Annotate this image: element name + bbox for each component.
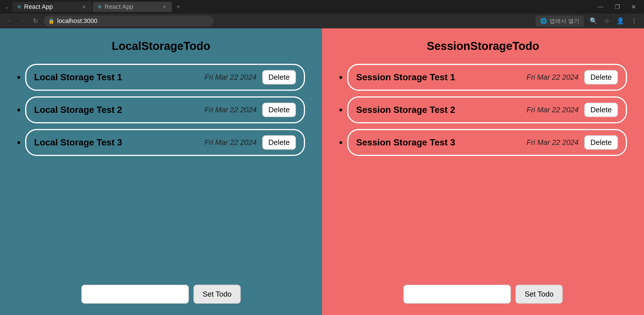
refresh-button[interactable]: ↻ <box>32 16 39 26</box>
open-in-app-button[interactable]: 🌐 앱에서 열기 <box>536 16 584 27</box>
local-storage-todo-list: • Local Storage Test 1 Fri Mar 22 2024 D… <box>17 64 305 156</box>
tab-1-favicon: ⚛ <box>17 3 22 10</box>
session-delete-button-2[interactable]: Delete <box>584 103 618 117</box>
url-bar[interactable]: 🔒 localhost:3000 <box>44 16 214 26</box>
local-todo-date-2: Fri Mar 22 2024 <box>204 105 257 114</box>
maximize-button[interactable]: ❐ <box>609 2 626 11</box>
minimize-button[interactable]: — <box>592 2 609 11</box>
session-bullet-3: • <box>339 137 343 149</box>
open-in-app-icon: 🌐 <box>540 18 547 24</box>
session-todo-date-1: Fri Mar 22 2024 <box>526 73 579 82</box>
local-set-todo-button[interactable]: Set Todo <box>193 285 240 304</box>
session-bullet-2: • <box>339 104 343 116</box>
bullet-2: • <box>17 104 21 116</box>
app-content: LocalStorageTodo • Local Storage Test 1 … <box>0 28 644 315</box>
session-todo-card-2: Session Storage Test 2 Fri Mar 22 2024 D… <box>347 96 627 123</box>
tab-list-arrow[interactable]: ⌄ <box>2 3 11 11</box>
local-todo-name-2: Local Storage Test 2 <box>34 105 199 115</box>
tab-2[interactable]: ⚛ React App ✕ <box>93 2 172 12</box>
session-delete-button-1[interactable]: Delete <box>584 70 618 84</box>
session-set-todo-button[interactable]: Set Todo <box>515 285 562 304</box>
session-todo-item-3: • Session Storage Test 3 Fri Mar 22 2024… <box>339 129 627 156</box>
local-delete-button-2[interactable]: Delete <box>262 103 296 117</box>
tab-1[interactable]: ⚛ React App ✕ <box>12 2 91 12</box>
address-bar: ← → ↻ 🔒 localhost:3000 🌐 앱에서 열기 🔍 ☆ 👤 ⋮ <box>0 14 644 28</box>
window-controls: — ❐ ✕ <box>592 2 642 11</box>
url-text: localhost:3000 <box>57 17 97 25</box>
search-button[interactable]: 🔍 <box>588 16 598 26</box>
session-todo-name-2: Session Storage Test 2 <box>356 105 521 115</box>
session-storage-panel: SessionStorageTodo • Session Storage Tes… <box>322 28 644 315</box>
local-todo-item-2: • Local Storage Test 2 Fri Mar 22 2024 D… <box>17 96 305 123</box>
session-delete-button-3[interactable]: Delete <box>584 135 618 150</box>
session-bullet-1: • <box>339 71 343 83</box>
tab-1-title: React App <box>24 3 79 10</box>
address-bar-right: 🌐 앱에서 열기 🔍 ☆ 👤 ⋮ <box>536 16 638 27</box>
local-todo-item-3: • Local Storage Test 3 Fri Mar 22 2024 D… <box>17 129 305 156</box>
bullet-3: • <box>17 137 21 149</box>
open-in-app-label: 앱에서 열기 <box>549 17 579 25</box>
forward-button[interactable]: → <box>19 16 27 26</box>
local-todo-name-3: Local Storage Test 3 <box>34 137 199 148</box>
local-todo-item-1: • Local Storage Test 1 Fri Mar 22 2024 D… <box>17 64 305 91</box>
lock-icon: 🔒 <box>48 18 54 24</box>
local-todo-card-2: Local Storage Test 2 Fri Mar 22 2024 Del… <box>25 96 305 123</box>
session-todo-item-2: • Session Storage Test 2 Fri Mar 22 2024… <box>339 96 627 123</box>
session-todo-name-3: Session Storage Test 3 <box>356 137 521 148</box>
session-storage-title: SessionStorageTodo <box>427 40 539 52</box>
profile-icon[interactable]: 👤 <box>615 16 625 26</box>
session-todo-date-3: Fri Mar 22 2024 <box>526 138 579 147</box>
local-todo-card-1: Local Storage Test 1 Fri Mar 22 2024 Del… <box>25 64 305 91</box>
session-todo-item-1: • Session Storage Test 1 Fri Mar 22 2024… <box>339 64 627 91</box>
local-todo-name-1: Local Storage Test 1 <box>34 72 199 83</box>
session-todo-date-2: Fri Mar 22 2024 <box>526 105 579 114</box>
local-storage-panel: LocalStorageTodo • Local Storage Test 1 … <box>0 28 322 315</box>
session-storage-todo-list: • Session Storage Test 1 Fri Mar 22 2024… <box>339 64 627 156</box>
local-todo-date-3: Fri Mar 22 2024 <box>204 138 257 147</box>
local-storage-title: LocalStorageTodo <box>112 40 210 52</box>
tab-2-close[interactable]: ✕ <box>161 4 167 10</box>
tab-2-favicon: ⚛ <box>97 3 102 10</box>
browser-chrome: ⌄ ⚛ React App ✕ ⚛ React App ✕ + — ❐ ✕ ← … <box>0 0 644 28</box>
local-delete-button-1[interactable]: Delete <box>262 70 296 84</box>
session-storage-input-row: Set Todo <box>403 279 562 304</box>
local-todo-card-3: Local Storage Test 3 Fri Mar 22 2024 Del… <box>25 129 305 156</box>
local-storage-input[interactable] <box>81 285 189 304</box>
session-todo-card-3: Session Storage Test 3 Fri Mar 22 2024 D… <box>347 129 627 156</box>
local-todo-date-1: Fri Mar 22 2024 <box>204 73 257 82</box>
local-storage-input-row: Set Todo <box>81 279 240 304</box>
menu-button[interactable]: ⋮ <box>630 16 638 26</box>
tab-bar: ⌄ ⚛ React App ✕ ⚛ React App ✕ + — ❐ ✕ <box>0 0 644 14</box>
session-storage-input[interactable] <box>403 285 511 304</box>
star-button[interactable]: ☆ <box>603 16 611 26</box>
bullet-1: • <box>17 71 21 83</box>
local-delete-button-3[interactable]: Delete <box>262 135 296 150</box>
tab-1-close[interactable]: ✕ <box>81 4 87 10</box>
new-tab-button[interactable]: + <box>173 2 184 12</box>
back-button[interactable]: ← <box>6 16 14 26</box>
tab-2-title: React App <box>105 3 159 10</box>
session-todo-name-1: Session Storage Test 1 <box>356 72 521 83</box>
session-todo-card-1: Session Storage Test 1 Fri Mar 22 2024 D… <box>347 64 627 91</box>
close-button[interactable]: ✕ <box>626 2 642 11</box>
